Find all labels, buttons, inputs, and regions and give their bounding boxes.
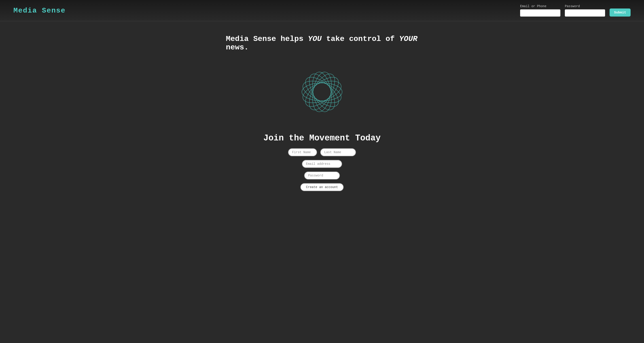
main-content: Media Sense helps YOU take control of YO…: [0, 21, 644, 209]
first-name-input[interactable]: [288, 148, 317, 156]
svg-point-0: [302, 83, 342, 101]
svg-point-5: [310, 70, 334, 113]
header: Media Sense Email or Phone Password Subm…: [0, 0, 644, 21]
submit-button[interactable]: Submit: [610, 8, 630, 16]
email-label: Email or Phone: [520, 4, 560, 8]
password-field-group: Password: [565, 4, 605, 16]
svg-point-2: [301, 72, 343, 112]
svg-point-4: [310, 70, 334, 113]
email-field-group: Email or Phone: [520, 4, 560, 16]
join-title: Join the Movement Today: [264, 133, 381, 143]
signup-password-input[interactable]: [304, 172, 340, 180]
svg-point-1: [300, 77, 344, 107]
password-label: Password: [565, 4, 605, 8]
hero-your: YOUR: [399, 35, 418, 43]
join-section: Join the Movement Today Create an accoun…: [255, 133, 389, 191]
hero-text-between: take control of: [322, 35, 399, 43]
create-account-button[interactable]: Create an account: [300, 183, 344, 191]
hero-you: YOU: [308, 35, 322, 43]
hero-text: Media Sense helps YOU take control of YO…: [222, 35, 422, 52]
password-input[interactable]: [565, 10, 605, 16]
email-input[interactable]: [520, 10, 560, 16]
signup-email-input[interactable]: [302, 160, 342, 168]
hero-text-before: Media Sense helps: [226, 35, 308, 43]
site-logo: Media Sense: [14, 6, 66, 15]
svg-point-7: [301, 72, 343, 112]
geometric-logo: [295, 65, 349, 120]
svg-point-8: [300, 77, 344, 107]
login-area: Email or Phone Password Submit: [520, 4, 630, 16]
last-name-input[interactable]: [320, 148, 356, 156]
hero-text-after: news.: [226, 43, 249, 52]
name-row: [288, 148, 356, 156]
